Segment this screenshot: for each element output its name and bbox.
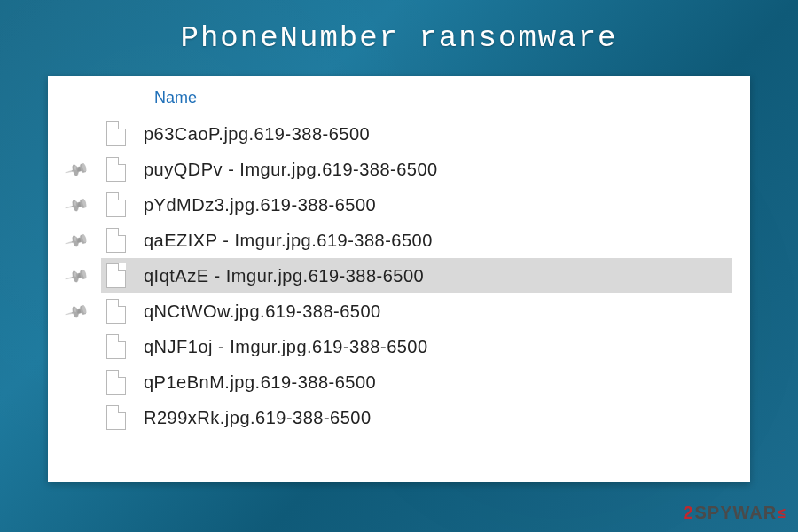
file-icon — [106, 334, 126, 359]
file-row[interactable]: qNJF1oj - Imgur.jpg.619-388-6500 — [101, 329, 750, 364]
file-icon — [106, 299, 126, 324]
pin-icon[interactable]: 📌 — [64, 227, 90, 254]
file-icon — [106, 263, 126, 288]
file-icon — [106, 121, 126, 146]
file-icon — [106, 405, 126, 430]
pin-icon[interactable]: 📌 — [64, 156, 90, 183]
watermark-text: SPYWAR — [695, 503, 778, 523]
file-row[interactable]: p63CaoP.jpg.619-388-6500 — [101, 116, 750, 152]
watermark: 2 SPYWAR ≤ — [683, 503, 786, 523]
file-explorer-panel: Name p63CaoP.jpg.619-388-6500📌puyQDPv - … — [48, 76, 750, 482]
file-row[interactable]: qP1eBnM.jpg.619-388-6500 — [101, 364, 750, 400]
file-name: pYdMDz3.jpg.619-388-6500 — [144, 195, 376, 215]
file-name: qP1eBnM.jpg.619-388-6500 — [144, 372, 376, 393]
watermark-prefix: 2 — [683, 503, 692, 523]
file-row[interactable]: 📌puyQDPv - Imgur.jpg.619-388-6500 — [101, 152, 750, 187]
file-name: qaEZIXP - Imgur.jpg.619-388-6500 — [144, 231, 433, 251]
pin-icon[interactable]: 📌 — [64, 298, 90, 325]
page-title: PhoneNumber ransomware — [181, 21, 618, 55]
file-icon — [106, 228, 126, 253]
file-icon — [106, 157, 126, 182]
file-row[interactable]: 📌qaEZIXP - Imgur.jpg.619-388-6500 — [101, 223, 750, 258]
file-name: qNJF1oj - Imgur.jpg.619-388-6500 — [144, 337, 428, 357]
file-row[interactable]: 📌pYdMDz3.jpg.619-388-6500 — [101, 187, 750, 223]
file-name: puyQDPv - Imgur.jpg.619-388-6500 — [144, 160, 438, 180]
watermark-suffix: ≤ — [778, 505, 786, 521]
file-name: qIqtAzE - Imgur.jpg.619-388-6500 — [144, 266, 424, 286]
file-icon — [106, 192, 126, 217]
pin-icon[interactable]: 📌 — [64, 192, 90, 218]
file-icon — [106, 370, 126, 395]
file-name: p63CaoP.jpg.619-388-6500 — [144, 124, 370, 145]
file-list: p63CaoP.jpg.619-388-6500📌puyQDPv - Imgur… — [101, 116, 750, 435]
pin-icon[interactable]: 📌 — [64, 262, 90, 289]
column-header-name[interactable]: Name — [101, 89, 750, 116]
file-name: R299xRk.jpg.619-388-6500 — [144, 408, 372, 428]
file-row[interactable]: 📌qNCtWOw.jpg.619-388-6500 — [101, 293, 750, 329]
file-row[interactable]: R299xRk.jpg.619-388-6500 — [101, 400, 750, 435]
file-name: qNCtWOw.jpg.619-388-6500 — [144, 301, 381, 322]
file-row[interactable]: 📌qIqtAzE - Imgur.jpg.619-388-6500 — [101, 258, 732, 293]
background: PhoneNumber ransomware Name p63CaoP.jpg.… — [0, 0, 798, 532]
